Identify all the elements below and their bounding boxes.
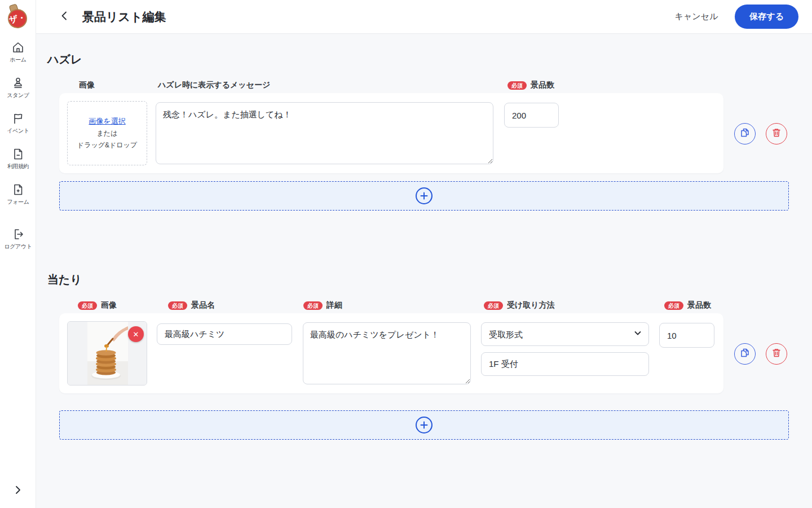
app-window: ザ・ ホーム スタンプ イベント [0,0,812,508]
cancel-button[interactable]: キャンセル [675,11,718,22]
sidebar-item-label: ログアウト [4,243,32,251]
sidebar-item-label: フォーム [7,198,29,206]
required-badge: 必須 [664,301,683,310]
column-label: 詳細 [326,300,342,310]
sidebar-expand-button[interactable] [0,482,36,500]
column-header-image: 画像 [79,80,95,90]
plus-icon [416,187,433,204]
column-label: ハズレ時に表示するメッセージ [158,80,270,90]
stamp-icon [11,76,25,90]
column-label: 景品数 [531,80,554,90]
sidebar-item-label: 利用規約 [7,163,29,170]
prize-image-thumbnail: ✕ [67,321,147,386]
close-icon: ✕ [133,330,139,339]
sidebar-item-home[interactable]: ホーム [10,41,26,64]
receive-place-input[interactable] [481,352,649,376]
column-header-count: 必須 景品数 [508,80,554,90]
receive-method-select-wrap: 受取形式 [481,322,649,346]
save-button[interactable]: 保存する [735,5,798,29]
header-actions: キャンセル 保存する [675,5,812,29]
required-badge: 必須 [78,301,97,310]
page-title: 景品リスト編集 [82,9,166,25]
logout-icon [11,227,25,241]
chevron-right-icon [13,485,23,497]
atari-row-card: ✕ 最高級のハチミツをプレゼント！ 受取形式 [59,313,723,393]
column-label: 受け取り方法 [507,300,555,310]
sidebar-item-label: イベント [7,127,29,135]
select-image-link[interactable]: 画像を選択 [89,116,125,126]
receive-method-select[interactable]: 受取形式 [481,322,649,346]
prize-count-input[interactable] [659,323,714,348]
sidebar-item-form[interactable]: フォーム [7,183,29,206]
required-badge: 必須 [303,301,323,310]
section-title-hazure: ハズレ [47,52,82,67]
main-content: ハズレ 画像 ハズレ時に表示するメッセージ 必須 景品数 画像を選択 または ド… [36,34,812,508]
duplicate-atari-button[interactable] [734,343,756,365]
required-badge: 必須 [484,301,503,310]
sidebar-item-logout[interactable]: ログアウト [4,227,32,251]
column-header-message: ハズレ時に表示するメッセージ [158,80,270,90]
column-label: 画像 [79,80,95,90]
drag-drop-label: ドラッグ&ドロップ [77,141,137,150]
trash-icon [771,128,782,140]
section-title-atari: 当たり [47,272,82,287]
sidebar-item-label: スタンプ [7,91,29,99]
required-badge: 必須 [168,301,187,310]
flag-icon [11,112,25,125]
image-upload-dropzone[interactable]: 画像を選択 または ドラッグ&ドロップ [67,101,147,165]
hazure-message-textarea[interactable]: 残念！ハズレ。また抽選してね！ [156,102,493,164]
hazure-count-input[interactable] [504,103,559,128]
home-icon [11,41,25,54]
column-label: 景品数 [687,300,711,310]
delete-atari-button[interactable] [766,343,787,365]
column-label: 景品名 [191,300,215,310]
app-logo[interactable]: ザ・ [5,3,32,30]
hazure-row-card: 画像を選択 または ドラッグ&ドロップ 残念！ハズレ。また抽選してね！ [59,93,723,173]
document-plus-icon [11,183,25,196]
back-button[interactable] [56,9,72,25]
add-hazure-row-button[interactable] [59,181,789,211]
logo-stamp-face: ザ・ [6,7,28,29]
sidebar-nav: ホーム スタンプ イベント 利用規約 [0,41,36,251]
column-label: 画像 [101,300,117,310]
delete-hazure-button[interactable] [766,123,787,144]
chevron-left-icon [59,10,70,24]
required-badge: 必須 [508,81,527,90]
column-header-count: 必須 景品数 [664,300,711,310]
remove-image-button[interactable]: ✕ [128,326,144,342]
sidebar-item-stamp[interactable]: スタンプ [7,76,29,99]
document-terms-icon [11,147,25,161]
column-header-detail: 必須 詳細 [303,300,342,310]
copy-icon [740,348,750,360]
page-header: 景品リスト編集 キャンセル 保存する [36,0,812,34]
duplicate-hazure-button[interactable] [734,123,756,144]
add-atari-row-button[interactable] [59,410,789,440]
sidebar-item-terms[interactable]: 利用規約 [7,147,29,170]
sidebar-item-label: ホーム [10,56,26,64]
or-label: または [97,129,118,138]
sidebar: ザ・ ホーム スタンプ イベント [0,0,36,508]
trash-icon [771,348,782,360]
column-header-receive: 必須 受け取り方法 [484,300,555,310]
prize-detail-textarea[interactable]: 最高級のハチミツをプレゼント！ [303,322,471,384]
copy-icon [740,128,750,140]
column-header-name: 必須 景品名 [168,300,215,310]
column-header-image: 必須 画像 [78,300,117,310]
plus-icon [416,417,433,433]
prize-name-input[interactable] [157,323,292,345]
sidebar-item-event[interactable]: イベント [7,112,29,135]
